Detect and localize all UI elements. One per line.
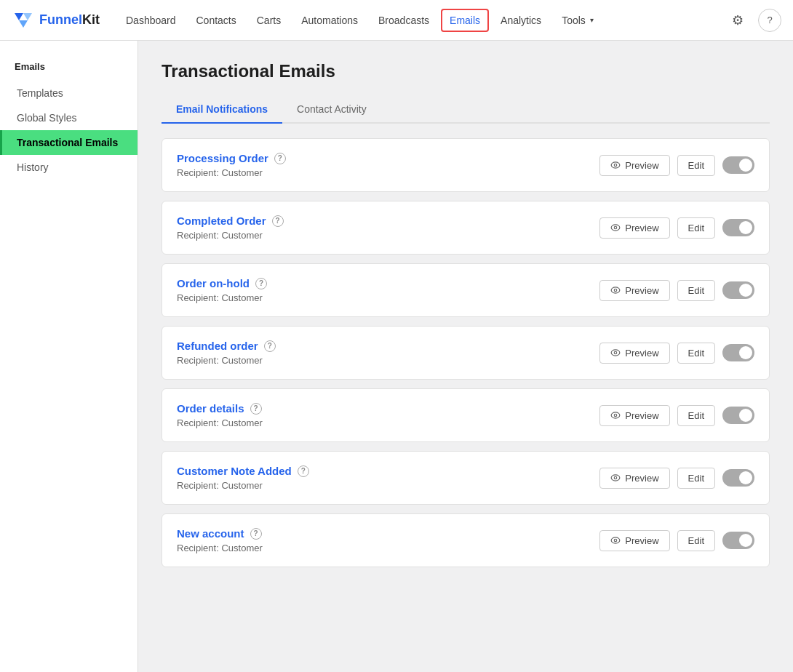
email-item-recipient-customer-note-added: Recipient: Customer [177,480,309,491]
email-item-order-details: Order details ? Recipient: Customer Prev… [162,388,770,442]
sidebar-item-transactional-emails[interactable]: Transactional Emails [0,130,138,155]
email-item-title-customer-note-added: Customer Note Added ? [177,465,309,477]
edit-button-order-details[interactable]: Edit [677,405,715,426]
email-item-actions-customer-note-added: Preview Edit [599,468,754,489]
logo[interactable]: FunnelKit [12,9,100,32]
edit-button-refunded-order[interactable]: Edit [677,343,715,364]
svg-point-8 [615,289,618,292]
nav-item-emails[interactable]: Emails [441,9,489,32]
email-item-actions-order-details: Preview Edit [599,405,754,426]
email-item-recipient-new-account: Recipient: Customer [177,543,263,553]
toggle-completed-order[interactable] [722,219,754,236]
email-item-left-order-on-hold: Order on-hold ? Recipient: Customer [177,277,267,303]
preview-button-processing-order[interactable]: Preview [599,155,669,176]
settings-icon[interactable]: ⚙ [726,9,749,32]
email-item-actions-completed-order: Preview Edit [599,217,754,239]
svg-point-6 [615,226,618,229]
email-item-recipient-order-details: Recipient: Customer [177,417,263,428]
nav-item-analytics[interactable]: Analytics [492,9,550,32]
nav-item-broadcasts[interactable]: Broadcasts [370,9,438,32]
edit-button-processing-order[interactable]: Edit [677,155,715,176]
eye-icon [610,348,621,358]
eye-icon [610,535,621,545]
svg-point-4 [615,164,618,167]
edit-button-order-on-hold[interactable]: Edit [677,280,715,301]
eye-icon [610,410,621,420]
email-item-actions-order-on-hold: Preview Edit [599,280,754,301]
preview-button-order-on-hold[interactable]: Preview [599,280,669,301]
toggle-processing-order[interactable] [722,156,754,174]
preview-button-new-account[interactable]: Preview [599,530,669,551]
svg-point-7 [612,287,621,293]
edit-button-customer-note-added[interactable]: Edit [677,468,715,489]
svg-point-11 [612,412,621,418]
email-item-left-order-details: Order details ? Recipient: Customer [177,402,263,428]
sidebar-item-history[interactable]: History [0,155,138,180]
email-item-title-new-account: New account ? [177,527,263,540]
edit-button-completed-order[interactable]: Edit [677,217,715,239]
email-item-title-completed-order: Completed Order ? [177,215,284,227]
email-item-title-processing-order: Processing Order ? [177,152,286,164]
toggle-new-account[interactable] [722,532,754,549]
email-item-name-customer-note-added: Customer Note Added [177,465,292,477]
svg-point-12 [615,414,618,417]
tab-contact-activity[interactable]: Contact Activity [282,96,381,124]
email-item-actions-refunded-order: Preview Edit [599,343,754,364]
preview-button-refunded-order[interactable]: Preview [599,343,669,364]
svg-point-10 [615,351,618,354]
email-item-processing-order: Processing Order ? Recipient: Customer P… [162,138,770,192]
preview-button-completed-order[interactable]: Preview [599,217,669,239]
edit-button-new-account[interactable]: Edit [677,530,715,551]
sidebar: Emails Templates Global Styles Transacti… [0,41,138,672]
preview-button-order-details[interactable]: Preview [599,405,669,426]
sidebar-item-templates[interactable]: Templates [0,81,138,105]
svg-point-5 [612,225,621,231]
nav-item-dashboard[interactable]: Dashboard [117,9,185,32]
email-item-left-new-account: New account ? Recipient: Customer [177,527,263,553]
nav-item-automations[interactable]: Automations [292,9,367,32]
help-circle-icon-new-account[interactable]: ? [250,528,262,540]
help-circle-icon-refunded-order[interactable]: ? [264,340,276,352]
nav-item-carts[interactable]: Carts [248,9,290,32]
help-circle-icon-order-details[interactable]: ? [250,403,262,415]
email-item-title-order-on-hold: Order on-hold ? [177,277,267,289]
email-item-refunded-order: Refunded order ? Recipient: Customer Pre… [162,326,770,380]
preview-button-customer-note-added[interactable]: Preview [599,468,669,489]
email-item-left-processing-order: Processing Order ? Recipient: Customer [177,152,286,178]
email-item-actions-processing-order: Preview Edit [599,155,754,176]
eye-icon [610,473,621,483]
svg-point-15 [612,537,621,543]
email-item-recipient-completed-order: Recipient: Customer [177,230,284,241]
svg-point-14 [615,476,618,479]
email-item-left-refunded-order: Refunded order ? Recipient: Customer [177,340,276,366]
toggle-customer-note-added[interactable] [722,469,754,487]
sidebar-section-label: Emails [0,55,138,81]
toggle-order-on-hold[interactable] [722,281,754,299]
sidebar-item-global-styles[interactable]: Global Styles [0,105,138,130]
nav-right: ⚙ ? [726,9,781,32]
email-item-customer-note-added: Customer Note Added ? Recipient: Custome… [162,451,770,505]
toggle-order-details[interactable] [722,407,754,424]
nav-item-tools[interactable]: Tools ▾ [553,9,602,32]
email-item-title-refunded-order: Refunded order ? [177,340,276,352]
email-item-completed-order: Completed Order ? Recipient: Customer Pr… [162,201,770,255]
email-item-order-on-hold: Order on-hold ? Recipient: Customer Prev… [162,263,770,317]
help-circle-icon-completed-order[interactable]: ? [272,215,284,227]
email-item-name-new-account: New account [177,527,244,540]
svg-marker-0 [15,13,23,20]
svg-point-13 [612,475,621,481]
svg-point-16 [615,539,618,542]
nav-item-contacts[interactable]: Contacts [188,9,245,32]
main-content: Transactional Emails Email Notifications… [138,41,793,672]
main-layout: Emails Templates Global Styles Transacti… [0,41,793,672]
help-circle-icon-order-on-hold[interactable]: ? [255,278,267,289]
help-circle-icon-customer-note-added[interactable]: ? [298,465,309,477]
help-circle-icon-processing-order[interactable]: ? [274,153,286,164]
tab-email-notifications[interactable]: Email Notifications [162,96,282,124]
email-item-recipient-refunded-order: Recipient: Customer [177,355,276,366]
email-item-name-order-details: Order details [177,402,244,415]
logo-text: FunnelKit [39,12,100,28]
email-item-name-refunded-order: Refunded order [177,340,258,352]
help-icon[interactable]: ? [758,9,781,32]
toggle-refunded-order[interactable] [722,344,754,361]
